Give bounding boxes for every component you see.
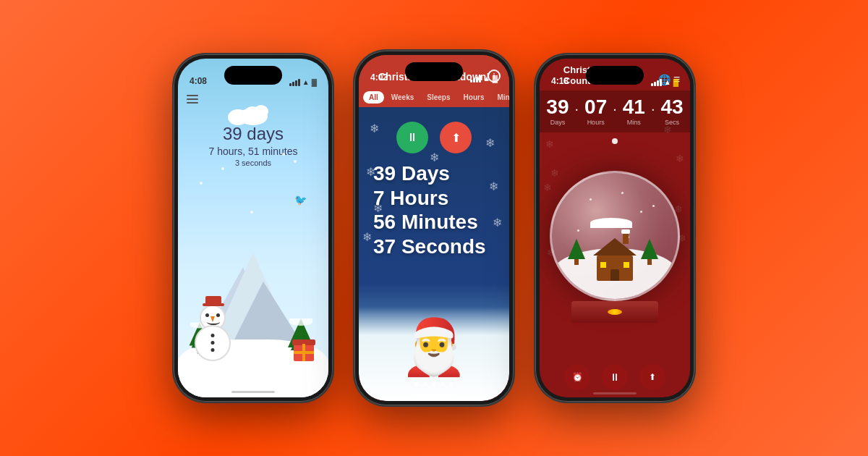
- p3-pause-button[interactable]: ⏸: [602, 364, 628, 390]
- globe-tree-right: [641, 239, 658, 265]
- status-time-2: 4:03: [370, 72, 388, 83]
- p3-sep-2: ·: [613, 101, 617, 117]
- p3-secs-num: 43: [661, 97, 684, 117]
- phone-3-content: 4:18 ▲ ▓ Christmas: [540, 59, 690, 397]
- p3-days-unit: 39 Days: [546, 97, 569, 126]
- phone-3-screen: 4:18 ▲ ▓ Christmas: [540, 59, 690, 397]
- p2-dot-1[interactable]: [423, 382, 427, 387]
- battery-icon-3: ▓: [673, 78, 678, 86]
- snow-dot-1: [200, 182, 203, 185]
- sig-3-2: [654, 82, 656, 86]
- p2-sf-7: ❄: [493, 216, 502, 229]
- ham-line-3: [187, 102, 198, 104]
- snowman-eye-right: [216, 313, 220, 317]
- gift-ribbon-v: [294, 351, 314, 354]
- wifi-icon-2: ▲: [483, 75, 490, 83]
- house-chimney: [623, 229, 629, 244]
- p2-line-seconds: 37 Seconds: [373, 235, 486, 259]
- battery-icon-2: ▓: [493, 75, 498, 83]
- tab-all[interactable]: All: [363, 91, 384, 104]
- signal-bar-2: [292, 82, 294, 86]
- globe-container: [550, 171, 680, 323]
- tab-hours[interactable]: Hours: [458, 91, 490, 104]
- p2-tabs: All Weeks Sleeps Hours Minutes Seconds: [359, 87, 509, 107]
- snow-dot-5: [250, 211, 253, 214]
- phone-2-content: 4:03 ▲ ▓ Christmas Countdown!: [359, 55, 509, 401]
- globe-tree-top-r: [641, 239, 658, 259]
- status-time-3: 4:18: [551, 76, 569, 86]
- p3-sep-3: ·: [651, 101, 655, 117]
- globe-tree-trunk-r: [647, 259, 652, 265]
- home-indicator-1: [231, 391, 275, 393]
- gs-dot-3: [621, 192, 624, 194]
- p3-alarm-button[interactable]: ⏰: [564, 364, 590, 390]
- signal-bar-3: [295, 80, 297, 86]
- p2-santa-area: 🎅: [359, 307, 509, 401]
- p2-content: ❄ ❄ ❄ ❄ ❄ ❄ ❄ ❄ ⏸ ⬆: [359, 107, 509, 401]
- p2-page-dots: [359, 382, 509, 387]
- p2-dot-2[interactable]: [432, 382, 436, 387]
- snow-dot-4: [282, 153, 285, 156]
- p2-line-hours: 7 Hours: [373, 186, 486, 211]
- globe-base: [571, 301, 658, 323]
- dynamic-island-3: [586, 66, 644, 85]
- share-icon: ⬆: [451, 131, 461, 145]
- hamburger-menu[interactable]: [187, 95, 198, 104]
- snowman-btn-3: [211, 348, 215, 352]
- phones-container: 4:08 ▲ ▓: [0, 0, 868, 456]
- p2-line-minutes: 56 Minutes: [373, 210, 486, 235]
- house-chimney-snow: [621, 229, 630, 234]
- p2-dot-3[interactable]: [441, 382, 445, 387]
- signal-bar-1: [289, 83, 292, 86]
- globe-tree-trunk-l: [574, 259, 579, 265]
- p3-hours-label: Hours: [587, 119, 605, 126]
- dynamic-island-2: [405, 62, 463, 81]
- p3-hours-unit: 07 Hours: [584, 97, 607, 126]
- snowman: [200, 305, 231, 361]
- p2-pause-button[interactable]: ⏸: [396, 122, 428, 153]
- bird: 🐦: [294, 194, 307, 206]
- p3-days-label: Days: [550, 119, 566, 126]
- globe-house: [593, 238, 637, 281]
- tab-weeks[interactable]: Weeks: [386, 91, 420, 104]
- wifi-icon-3: ▲: [664, 78, 671, 86]
- tab-sleeps[interactable]: Sleeps: [421, 91, 456, 104]
- phone-3: 4:18 ▲ ▓ Christmas: [535, 54, 694, 402]
- gs-dot-5: [652, 205, 655, 207]
- sig-2-3: [476, 77, 478, 83]
- p2-sf-8: ❄: [362, 230, 372, 244]
- p2-sf-4: ❄: [489, 180, 498, 193]
- signal-bar-4: [298, 79, 300, 86]
- wifi-icon-1: ▲: [302, 78, 310, 86]
- sig-3-4: [660, 79, 662, 86]
- p2-countdown: 39 Days 7 Hours 56 Minutes 37 Seconds: [373, 161, 486, 258]
- sig-2-4: [479, 75, 481, 83]
- gs-dot-1: [590, 198, 592, 200]
- p3-share-button[interactable]: ⬆: [639, 364, 665, 390]
- tab-minutes[interactable]: Minutes: [491, 91, 509, 104]
- snowman-smile: [207, 319, 220, 325]
- p3-sep-1: ·: [575, 101, 579, 117]
- cloud: [228, 101, 278, 127]
- home-indicator-3: [593, 392, 637, 394]
- p3-bottom-bar: ⏰ ⏸ ⬆: [540, 364, 690, 390]
- dynamic-island-1: [224, 66, 282, 85]
- tree-snow-r: [289, 318, 312, 326]
- globe-outer: [550, 171, 680, 301]
- p2-dot-0[interactable]: [414, 382, 419, 387]
- p3-share-icon: ⬆: [649, 372, 656, 382]
- status-icons-3: ▲ ▓: [651, 78, 678, 86]
- phone-2-screen: 4:03 ▲ ▓ Christmas Countdown!: [359, 55, 509, 401]
- p2-share-button[interactable]: ⬆: [440, 122, 472, 153]
- p2-dot-4[interactable]: [449, 382, 454, 387]
- p3-secs-unit: 43 Secs: [661, 97, 684, 126]
- globe-tree-left: [568, 239, 585, 265]
- signal-bars-2: [470, 75, 481, 83]
- gs-dot-2: [640, 211, 642, 213]
- battery-icon-1: ▓: [312, 78, 317, 86]
- ham-line-2: [187, 98, 198, 100]
- house-window-left: [600, 261, 607, 269]
- status-time-1: 4:08: [190, 76, 207, 86]
- ham-line-1: [187, 95, 198, 96]
- phone-1-screen: 4:08 ▲ ▓: [178, 59, 328, 397]
